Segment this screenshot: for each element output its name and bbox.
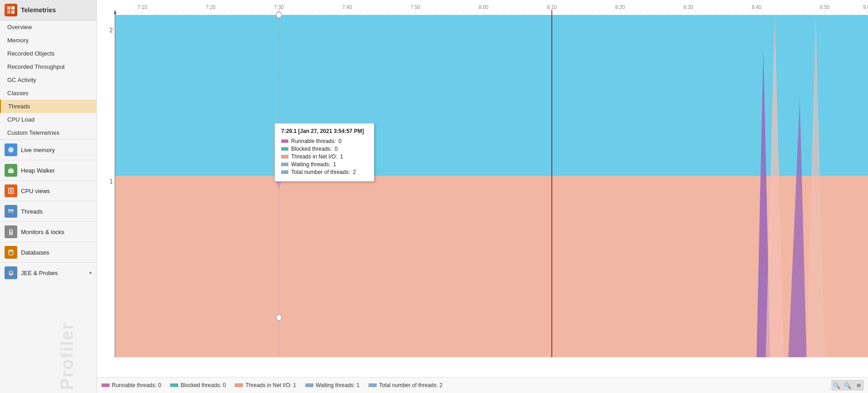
legend-swatch-runnable (101, 383, 110, 387)
legend-bar: Runnable threads: 0 Blocked threads: 0 T… (97, 377, 868, 393)
legend-swatch-waiting (305, 383, 313, 387)
svg-text:8:20: 8:20 (615, 4, 625, 10)
svg-point-160 (276, 12, 282, 18)
heap-walker-icon (5, 164, 17, 177)
app-logo (5, 4, 17, 16)
legend-runnable: Runnable threads: 0 (101, 382, 161, 388)
legend-label-runnable: Runnable threads: 0 (112, 382, 161, 388)
svg-text:7:30: 7:30 (274, 4, 283, 10)
tooltip-value-waiting: 1 (333, 161, 336, 168)
search-button-1[interactable]: 🔍 (832, 380, 842, 390)
legend-waiting: Waiting threads: 1 (305, 382, 359, 388)
sidebar-section-jee-probes[interactable]: ☕ JEE & Probes ▾ (0, 262, 96, 283)
legend-swatch-blocked (170, 383, 178, 387)
sidebar-item-classes[interactable]: Classes (0, 87, 96, 100)
sidebar-item-gc-activity[interactable]: GC Activity (0, 73, 96, 87)
svg-text:7:10: 7:10 (137, 4, 147, 10)
sidebar-item-live-memory-label: Live memory (21, 147, 55, 153)
svg-text:8:10: 8:10 (547, 4, 556, 10)
search-button-3[interactable]: ⊞ (853, 380, 863, 390)
sidebar-item-jee-probes-label: JEE & Probes (21, 270, 58, 276)
sidebar-item-memory[interactable]: Memory (0, 34, 96, 47)
svg-text:1: 1 (110, 178, 113, 185)
sidebar: Telemetries Overview Memory Recorded Obj… (0, 0, 97, 393)
chart-svg: 2 1 7:10 7:20 7:30 7:40 7:50 8:00 8:10 8… (97, 0, 868, 377)
svg-rect-2 (7, 10, 10, 14)
sidebar-item-cpu-load[interactable]: CPU Load (0, 113, 96, 126)
sidebar-item-monitors-locks-label: Monitors & locks (21, 229, 64, 235)
svg-point-161 (276, 315, 282, 321)
tooltip-title: 7:29.1 [Jan 27, 2021 3:54:57 PM] (281, 128, 368, 134)
legend-swatch-total (368, 383, 377, 387)
legend-search-icons: 🔍 🔍 ⊞ (832, 380, 863, 390)
svg-text:2: 2 (110, 26, 113, 34)
svg-rect-3 (11, 10, 15, 14)
jee-probes-chevron: ▾ (89, 270, 92, 276)
tooltip-label-total: Total number of threads: (291, 169, 350, 175)
tooltip-swatch-net-io (281, 155, 288, 158)
chart-tooltip: 7:29.1 [Jan 27, 2021 3:54:57 PM] Runnabl… (274, 123, 374, 182)
legend-blocked: Blocked threads: 0 (170, 382, 226, 388)
tooltip-row-waiting: Waiting threads: 1 (281, 161, 368, 168)
sidebar-section-heap-walker[interactable]: Heap Walker (0, 160, 96, 180)
svg-rect-5 (8, 169, 14, 173)
svg-text:7:50: 7:50 (410, 4, 420, 10)
chart-area[interactable]: 2 1 7:10 7:20 7:30 7:40 7:50 8:00 8:10 8… (97, 0, 868, 377)
sidebar-item-databases-label: Databases (21, 249, 49, 256)
tooltip-label-runnable: Runnable threads: (291, 138, 336, 144)
svg-text:8:30: 8:30 (683, 4, 693, 10)
sidebar-item-heap-walker-label: Heap Walker (21, 167, 55, 174)
legend-net-io: Threads in Net I/O: 1 (235, 382, 296, 388)
databases-icon (5, 246, 17, 259)
legend-total: Total number of threads: 2 (368, 382, 442, 388)
tooltip-label-net-io: Threads in Net I/O: (291, 153, 337, 160)
svg-marker-6 (8, 168, 14, 169)
legend-label-total: Total number of threads: 2 (379, 382, 442, 388)
tooltip-label-waiting: Waiting threads: (291, 161, 330, 168)
legend-swatch-net-io (235, 383, 243, 387)
tooltip-label-blocked: Blocked threads: (291, 146, 332, 152)
svg-text:7:40: 7:40 (342, 4, 352, 10)
threads-section-icon (5, 205, 17, 218)
tooltip-swatch-runnable (281, 139, 288, 143)
sidebar-header: Telemetries (0, 0, 96, 20)
jee-probes-icon: ☕ (5, 266, 17, 279)
sidebar-item-overview[interactable]: Overview (0, 20, 96, 34)
tooltip-row-total: Total number of threads: 2 (281, 169, 368, 175)
tooltip-row-runnable: Runnable threads: 0 (281, 138, 368, 144)
sidebar-nav: Overview Memory Recorded Objects Recorde… (0, 20, 96, 113)
search-button-2[interactable]: 🔍 (843, 380, 853, 390)
svg-rect-152 (115, 15, 868, 176)
main-content: 2 1 7:10 7:20 7:30 7:40 7:50 8:00 8:10 8… (97, 0, 868, 393)
svg-text:8:00: 8:00 (479, 4, 488, 10)
svg-point-17 (10, 233, 12, 234)
monitors-locks-icon (5, 225, 17, 238)
svg-text:9:00: 9:00 (863, 4, 868, 10)
sidebar-item-threads[interactable]: Threads (0, 100, 96, 113)
sidebar-section-databases[interactable]: Databases (0, 242, 96, 262)
legend-label-net-io: Threads in Net I/O: 1 (245, 382, 296, 388)
svg-text:8:40: 8:40 (752, 4, 761, 10)
tooltip-value-total: 2 (353, 169, 356, 175)
svg-text:8:50: 8:50 (820, 4, 829, 10)
legend-label-blocked: Blocked threads: 0 (181, 382, 226, 388)
sidebar-item-recorded-throughput[interactable]: Recorded Throughput (0, 60, 96, 73)
live-memory-icon (5, 143, 17, 156)
svg-point-18 (9, 250, 13, 251)
app-title: Telemetries (21, 6, 56, 14)
svg-rect-153 (115, 176, 868, 357)
sidebar-item-recorded-objects[interactable]: Recorded Objects (0, 47, 96, 60)
tooltip-row-blocked: Blocked threads: 0 (281, 146, 368, 152)
tooltip-swatch-waiting (281, 163, 288, 166)
sidebar-item-custom-telemetries[interactable]: Custom Telemetries (0, 126, 96, 139)
svg-text:☕: ☕ (9, 271, 14, 276)
sidebar-section-live-memory[interactable]: Live memory (0, 139, 96, 160)
sidebar-section-threads[interactable]: Threads (0, 201, 96, 221)
tooltip-swatch-total (281, 170, 288, 174)
cpu-views-icon (5, 184, 17, 197)
sidebar-section-monitors-locks[interactable]: Monitors & locks (0, 221, 96, 242)
tooltip-swatch-blocked (281, 147, 288, 151)
sidebar-watermark: Profiler (57, 322, 77, 390)
sidebar-section-cpu-views[interactable]: CPU views (0, 180, 96, 201)
tooltip-value-net-io: 1 (340, 153, 343, 160)
